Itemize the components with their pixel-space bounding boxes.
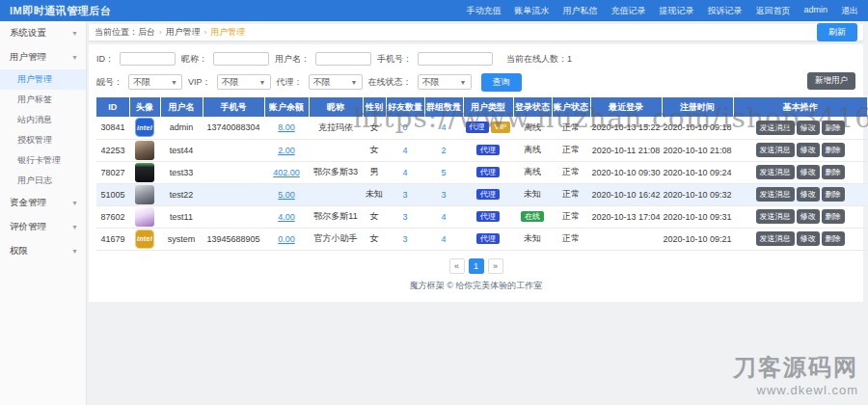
avatar[interactable] <box>135 141 154 160</box>
username-cell: test11 <box>160 205 203 228</box>
send-message-button[interactable]: 发送消息 <box>756 209 795 224</box>
nickname-cell: 克拉玛依 <box>309 117 363 139</box>
avatar-cell <box>129 205 160 228</box>
filter-input-0[interactable] <box>120 52 176 66</box>
filter-select-2[interactable]: 不限▼ <box>309 74 363 90</box>
avatar[interactable] <box>135 163 154 182</box>
sidebar-item-用户日志[interactable]: 用户日志 <box>0 171 86 191</box>
friends-count-link[interactable]: 3 <box>402 212 407 222</box>
user-type-badge: 代理 <box>476 211 500 223</box>
sidebar-item-站内消息[interactable]: 站内消息 <box>0 110 86 130</box>
top-nav-link-投诉记录[interactable]: 投诉记录 <box>707 5 742 17</box>
edit-button[interactable]: 修改 <box>797 143 820 157</box>
add-user-button[interactable]: 新增用户 <box>807 72 855 90</box>
search-button[interactable]: 查询 <box>481 73 522 92</box>
corner-watermark-title: 刀客源码网 <box>733 352 858 383</box>
sidebar-group-资金管理[interactable]: 资金管理▼ <box>0 191 86 215</box>
delete-button[interactable]: 删除 <box>822 165 845 179</box>
groups-count-link[interactable]: 5 <box>441 168 446 177</box>
filter-select-1[interactable]: 不限▼ <box>217 74 271 90</box>
table-row: 30841inteladmin137400883048.00克拉玛依女04代理V… <box>96 117 867 139</box>
groups-count-link[interactable]: 4 <box>441 212 446 222</box>
avatar[interactable]: intel <box>135 230 154 249</box>
sidebar-group-权限[interactable]: 权限▼ <box>0 239 86 263</box>
top-nav-link-账单流水[interactable]: 账单流水 <box>514 5 549 17</box>
nickname-cell <box>309 139 363 161</box>
column-header-用户名: 用户名 <box>160 97 203 117</box>
filter-label: 手机号： <box>377 53 412 66</box>
friends-count-link[interactable]: 4 <box>402 146 407 155</box>
edit-button[interactable]: 修改 <box>797 231 820 246</box>
delete-button[interactable]: 删除 <box>822 143 845 157</box>
refresh-button[interactable]: 刷新 <box>817 23 857 41</box>
edit-button[interactable]: 修改 <box>797 209 820 224</box>
edit-button[interactable]: 修改 <box>797 165 820 179</box>
groups-count-link[interactable]: 2 <box>441 146 446 155</box>
delete-button[interactable]: 删除 <box>822 209 845 224</box>
send-message-button[interactable]: 发送消息 <box>756 165 795 179</box>
sidebar-group-评价管理[interactable]: 评价管理▼ <box>0 215 86 239</box>
sidebar-item-授权管理[interactable]: 授权管理 <box>0 130 86 150</box>
filter-select-0[interactable]: 不限▼ <box>128 74 182 90</box>
friends-count-link[interactable]: 3 <box>402 234 407 244</box>
balance-link[interactable]: 4.00 <box>278 212 295 222</box>
pager-page-1[interactable]: 1 <box>469 258 484 274</box>
top-nav-link-admin[interactable]: admin <box>803 5 827 17</box>
breadcrumb-item[interactable]: 后台 <box>138 27 155 37</box>
filter-input-1[interactable] <box>213 52 269 66</box>
chevron-down-icon: ▼ <box>71 30 78 37</box>
groups-count-link[interactable]: 4 <box>441 122 446 132</box>
delete-button[interactable]: 删除 <box>822 231 845 246</box>
edit-button[interactable]: 修改 <box>797 121 820 135</box>
delete-button[interactable]: 删除 <box>822 121 845 135</box>
pager-prev[interactable]: « <box>449 258 465 274</box>
top-nav-link-手动充值[interactable]: 手动充值 <box>466 5 501 17</box>
caret-down-icon: ▼ <box>259 79 266 86</box>
sidebar-item-用户标签[interactable]: 用户标签 <box>0 90 86 110</box>
avatar[interactable] <box>135 207 154 227</box>
sidebar-group-系统设置[interactable]: 系统设置▼ <box>0 21 86 45</box>
edit-button[interactable]: 修改 <box>797 187 820 202</box>
table-row: 87602test114.00鄂尔多斯11女34代理在线正常2020-10-13… <box>96 205 867 228</box>
friends-count-link[interactable]: 3 <box>402 190 407 200</box>
filter-input-3[interactable] <box>418 52 493 66</box>
friends-count-link[interactable]: 0 <box>402 122 407 132</box>
top-nav-link-退出[interactable]: 退出 <box>841 5 858 17</box>
balance-link[interactable]: 0.00 <box>278 234 295 244</box>
user-type-cell: 代理VIP <box>463 117 513 139</box>
balance-link[interactable]: 5.00 <box>278 190 295 200</box>
top-nav-link-充值记录[interactable]: 充值记录 <box>610 5 645 17</box>
actions-cell: 发送消息修改删除 <box>733 183 867 205</box>
sidebar-group-用户管理[interactable]: 用户管理▼ <box>0 45 86 69</box>
avatar[interactable]: intel <box>135 118 154 137</box>
balance-link[interactable]: 2.00 <box>278 146 295 155</box>
groups-count-link[interactable]: 4 <box>441 234 446 244</box>
breadcrumb-item[interactable]: 用户管理 <box>166 27 201 37</box>
sidebar-item-用户管理[interactable]: 用户管理 <box>0 69 86 90</box>
friends-count-link[interactable]: 4 <box>402 168 407 177</box>
user-type-cell: 代理 <box>463 205 513 228</box>
top-nav-link-用户私信[interactable]: 用户私信 <box>562 5 597 17</box>
breadcrumb-prefix: 当前位置： <box>95 26 138 39</box>
nickname-cell <box>309 183 363 205</box>
sidebar-item-银行卡管理[interactable]: 银行卡管理 <box>0 150 86 171</box>
send-message-button[interactable]: 发送消息 <box>756 187 795 202</box>
pager-next[interactable]: » <box>488 258 503 274</box>
balance-link[interactable]: 8.00 <box>278 122 295 132</box>
caret-down-icon: ▼ <box>460 79 467 86</box>
send-message-button[interactable]: 发送消息 <box>756 121 795 135</box>
delete-button[interactable]: 删除 <box>822 187 845 202</box>
send-message-button[interactable]: 发送消息 <box>756 143 795 157</box>
main-content: 当前位置： 后台›用户管理›用户管理 刷新 ID：昵称：用户名：手机号：当前在线… <box>89 21 863 302</box>
balance-link[interactable]: 402.00 <box>273 168 300 177</box>
send-message-button[interactable]: 发送消息 <box>756 231 795 246</box>
avatar[interactable] <box>135 185 154 204</box>
top-nav-link-提现记录[interactable]: 提现记录 <box>659 5 693 17</box>
breadcrumb-item[interactable]: 用户管理 <box>210 27 245 37</box>
gender-cell: 男 <box>363 161 386 183</box>
filter-select-3[interactable]: 不限▼ <box>418 74 472 90</box>
filter-input-2[interactable] <box>315 52 371 66</box>
table-header-row: ID头像用户名手机号账户余额昵称性别好友数量群组数量用户类型登录状态账户状态最近… <box>96 97 867 117</box>
groups-count-link[interactable]: 3 <box>441 190 446 200</box>
top-nav-link-返回首页[interactable]: 返回首页 <box>755 5 790 17</box>
